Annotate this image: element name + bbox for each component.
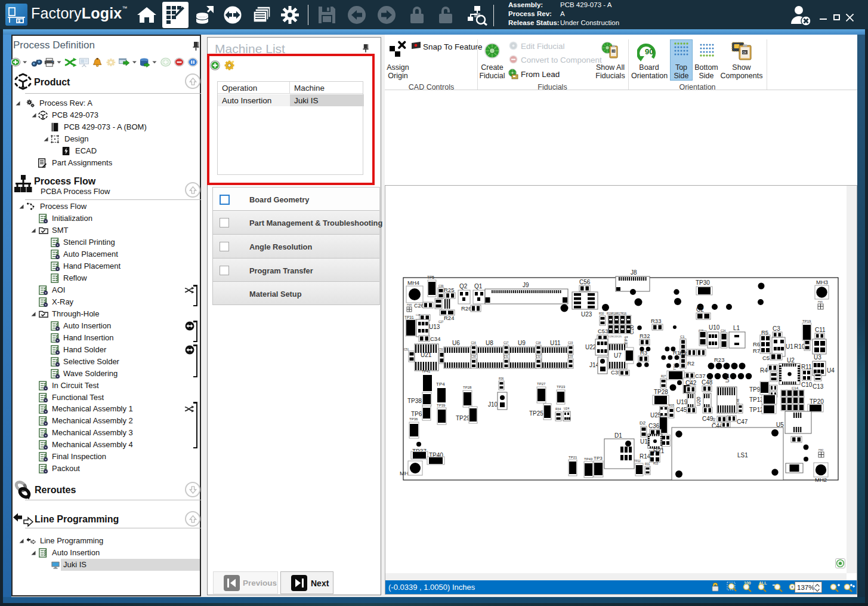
- svg-text:U22: U22: [585, 344, 597, 350]
- svg-text:R6: R6: [753, 341, 760, 347]
- svg-text:C30: C30: [471, 355, 477, 358]
- svg-text:C32: C32: [536, 355, 541, 358]
- svg-text:TP5: TP5: [427, 275, 434, 279]
- svg-text:C24: C24: [721, 330, 726, 333]
- svg-text:C37: C37: [695, 373, 705, 379]
- svg-text:U11: U11: [550, 340, 561, 346]
- svg-text:C2: C2: [696, 306, 704, 313]
- svg-text:TP29: TP29: [456, 415, 470, 422]
- svg-text:MH4: MH4: [407, 279, 419, 286]
- svg-text:R15: R15: [653, 462, 659, 465]
- svg-text:OK: OK: [612, 50, 616, 53]
- svg-text:TP1: TP1: [623, 336, 629, 344]
- svg-text:D1: D1: [614, 432, 622, 439]
- svg-text:U19: U19: [677, 399, 688, 405]
- svg-text:J8: J8: [631, 269, 637, 276]
- svg-text:C48: C48: [702, 379, 713, 386]
- svg-text:PM2: PM2: [818, 448, 824, 451]
- svg-text:R33: R33: [651, 318, 661, 324]
- svg-text:R35: R35: [669, 404, 674, 407]
- svg-text:OK: OK: [743, 51, 747, 54]
- svg-text:U24: U24: [564, 407, 569, 410]
- svg-text:C5: C5: [762, 355, 770, 361]
- svg-text:R31: R31: [645, 463, 650, 466]
- svg-text:C36: C36: [648, 423, 660, 429]
- svg-text:C46: C46: [736, 399, 740, 404]
- svg-text:TP27: TP27: [537, 382, 546, 386]
- svg-text:TP38: TP38: [407, 398, 422, 404]
- svg-text:PM3: PM3: [407, 303, 412, 306]
- svg-text:U10: U10: [709, 324, 720, 331]
- svg-text:MH2: MH2: [815, 476, 827, 483]
- svg-text:R27: R27: [661, 375, 666, 378]
- svg-text:C23C22C21: C23C22C21: [608, 335, 622, 338]
- svg-text:C3: C3: [773, 325, 780, 332]
- svg-text:LS1: LS1: [737, 452, 748, 459]
- svg-text:TP39: TP39: [437, 404, 446, 407]
- svg-text:TP3: TP3: [673, 363, 677, 370]
- svg-text:R25: R25: [444, 287, 454, 293]
- svg-text:R10: R10: [794, 343, 805, 350]
- svg-text:R4: R4: [760, 367, 768, 374]
- svg-text:90: 90: [645, 47, 653, 56]
- svg-text:TP22: TP22: [634, 460, 641, 463]
- svg-text:TP28: TP28: [654, 389, 668, 395]
- svg-text:C10: C10: [801, 382, 813, 388]
- svg-text:C28: C28: [416, 313, 421, 316]
- svg-text:U7: U7: [614, 352, 622, 359]
- svg-text:C13: C13: [813, 383, 824, 390]
- svg-text:C42: C42: [685, 380, 697, 386]
- svg-text:L1: L1: [733, 325, 740, 331]
- svg-text:TP9: TP9: [749, 386, 761, 393]
- svg-text:R19R18R17R16: R19R18R17R16: [607, 312, 627, 315]
- svg-text:TP25: TP25: [529, 410, 543, 417]
- svg-text:C20: C20: [629, 325, 635, 334]
- svg-text:TP4: TP4: [436, 382, 445, 387]
- svg-text:R23: R23: [714, 356, 724, 363]
- svg-text:U1: U1: [786, 343, 793, 350]
- svg-text:J9: J9: [523, 282, 529, 288]
- svg-text:C26: C26: [414, 303, 424, 309]
- svg-text:U23: U23: [581, 311, 592, 318]
- svg-text:U8: U8: [486, 340, 493, 346]
- svg-text:R2: R2: [687, 360, 694, 367]
- svg-text:D2: D2: [640, 420, 646, 426]
- svg-text:TP41: TP41: [422, 370, 431, 373]
- svg-text:R24: R24: [444, 315, 454, 321]
- svg-text:R11: R11: [801, 364, 812, 370]
- svg-text:C1: C1: [680, 335, 685, 339]
- svg-text:U18: U18: [724, 373, 730, 383]
- svg-text:C31: C31: [503, 355, 509, 358]
- svg-text:C18: C18: [536, 342, 541, 344]
- svg-text:TP6: TP6: [411, 411, 422, 417]
- svg-text:C56: C56: [579, 279, 591, 285]
- svg-text:R14: R14: [640, 453, 651, 460]
- svg-text:Q2: Q2: [459, 283, 468, 290]
- svg-text:C16: C16: [471, 342, 477, 344]
- svg-text:C53: C53: [598, 328, 608, 334]
- svg-text:C51: C51: [404, 348, 409, 351]
- svg-text:Q1: Q1: [474, 283, 483, 290]
- svg-text:C14: C14: [792, 386, 799, 390]
- svg-text:TP31: TP31: [404, 315, 414, 319]
- svg-text:R36: R36: [499, 377, 504, 380]
- svg-text:C45: C45: [676, 407, 687, 413]
- svg-text:U20: U20: [696, 396, 702, 406]
- svg-text:R7: R7: [753, 347, 760, 354]
- svg-text:TP19: TP19: [802, 319, 811, 323]
- svg-text:U21: U21: [421, 352, 432, 358]
- svg-text:R5: R5: [761, 329, 768, 336]
- svg-text:C52: C52: [438, 348, 444, 351]
- svg-text:U3: U3: [814, 354, 821, 361]
- svg-text:C17: C17: [503, 342, 509, 344]
- svg-text:TP30: TP30: [696, 279, 710, 286]
- svg-text:C47: C47: [737, 419, 748, 425]
- svg-text:TP20: TP20: [810, 398, 824, 405]
- svg-text:TP36: TP36: [409, 417, 418, 421]
- svg-text:TP43: TP43: [584, 457, 593, 461]
- svg-text:C19: C19: [568, 342, 573, 344]
- svg-text:R32: R32: [640, 333, 650, 339]
- svg-text:U5: U5: [776, 422, 784, 428]
- svg-text:U9: U9: [518, 340, 526, 346]
- svg-text:MH3: MH3: [816, 279, 828, 285]
